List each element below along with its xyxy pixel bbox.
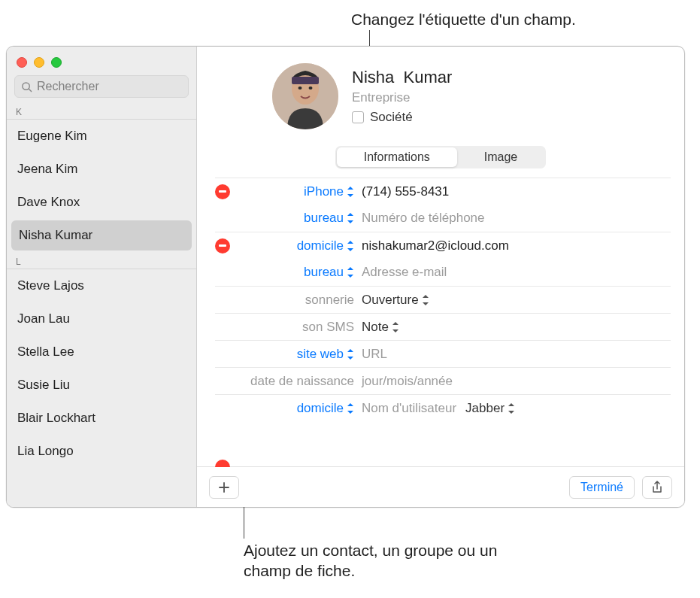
chevron-updown-icon — [347, 187, 354, 197]
phone-row-1: iPhone (714) 555-8431 — [215, 178, 671, 205]
annotation-top: Changez l'étiquette d'un champ. — [351, 9, 576, 29]
list-item[interactable]: Susie Liu — [7, 369, 196, 402]
phone-label-iphone: iPhone — [304, 184, 344, 199]
company-checkbox[interactable] — [352, 111, 364, 123]
list-item[interactable]: Dave Knox — [7, 186, 196, 219]
chevron-updown-icon — [347, 403, 354, 414]
name-block: Nisha Kumar Entreprise Société — [352, 63, 452, 125]
svg-point-6 — [309, 87, 313, 90]
email-row-2: bureau Adresse e-mail — [215, 259, 671, 286]
svg-rect-4 — [292, 77, 319, 84]
sidebar: Rechercher K Eugene Kim Jeena Kim Dave K… — [7, 47, 197, 507]
company-field[interactable]: Entreprise — [352, 90, 410, 105]
im-label: domicile — [297, 401, 344, 416]
window-controls — [7, 53, 196, 75]
im-placeholder[interactable]: Nom d'utilisateur — [362, 401, 456, 416]
list-item[interactable]: Jeena Kim — [7, 153, 196, 186]
website-placeholder[interactable]: URL — [362, 344, 671, 365]
ringtone-label: sonnerie — [305, 293, 354, 308]
email-placeholder[interactable]: Adresse e-mail — [362, 262, 671, 283]
website-label: site web — [297, 347, 344, 362]
avatar[interactable] — [272, 63, 338, 129]
chevron-updown-icon — [347, 213, 354, 223]
birthday-row: date de naissance jour/mois/année — [215, 367, 671, 394]
section-header-k: K — [7, 102, 196, 120]
contacts-window: Rechercher K Eugene Kim Jeena Kim Dave K… — [6, 46, 685, 508]
ringtone-row: sonnerie Ouverture — [215, 286, 671, 313]
list-item[interactable]: Eugene Kim — [7, 120, 196, 153]
chevron-updown-icon — [422, 295, 429, 305]
plus-icon — [218, 481, 230, 493]
first-name-field[interactable]: Nisha — [352, 68, 394, 87]
ringtone-select[interactable]: Ouverture — [362, 290, 671, 311]
remove-email-button[interactable] — [215, 238, 230, 253]
im-row: domicile Nom d'utilisateur Jabber — [215, 394, 671, 421]
email-row-1: domicile nishakumar2@icloud.com — [215, 232, 671, 259]
section-header-l: L — [7, 252, 196, 269]
zoom-window-button[interactable] — [51, 57, 62, 68]
email-label-select[interactable]: domicile — [238, 238, 354, 253]
footer: Terminé — [197, 466, 684, 507]
card-header: Nisha Kumar Entreprise Société — [197, 47, 684, 138]
tab-image[interactable]: Image — [457, 147, 544, 167]
email-label-home: domicile — [297, 238, 344, 253]
search-icon — [21, 81, 32, 93]
share-icon — [651, 481, 663, 494]
close-window-button[interactable] — [17, 57, 27, 68]
website-label-select[interactable]: site web — [238, 347, 354, 362]
contacts-list: K Eugene Kim Jeena Kim Dave Knox Nisha K… — [7, 102, 196, 507]
list-item[interactable]: Blair Lockhart — [7, 402, 196, 435]
last-name-field[interactable]: Kumar — [403, 68, 452, 87]
share-button[interactable] — [642, 476, 672, 499]
remove-phone-button[interactable] — [215, 184, 230, 199]
birthday-placeholder[interactable]: jour/mois/année — [362, 371, 671, 392]
svg-line-1 — [29, 89, 31, 91]
birthday-label: date de naissance — [250, 374, 354, 389]
contact-card: Nisha Kumar Entreprise Société Informati… — [197, 47, 684, 507]
done-button[interactable]: Terminé — [569, 476, 635, 499]
search-input[interactable]: Rechercher — [14, 75, 189, 98]
phone-label-select[interactable]: iPhone — [238, 184, 354, 199]
search-placeholder: Rechercher — [37, 80, 99, 93]
fields-area: iPhone (714) 555-8431 bureau Numéro de t… — [197, 178, 684, 466]
website-row: site web URL — [215, 340, 671, 367]
email-value[interactable]: nishakumar2@icloud.com — [362, 235, 671, 257]
segment-control[interactable]: Informations Image — [335, 146, 547, 168]
im-service-select[interactable]: Jabber — [465, 401, 515, 416]
texttone-select[interactable]: Note — [362, 317, 671, 338]
add-button[interactable] — [209, 476, 239, 499]
remove-button-partial[interactable] — [215, 460, 230, 467]
annotation-line-bottom — [244, 505, 244, 539]
chevron-updown-icon — [347, 267, 354, 278]
list-item-selected[interactable]: Nisha Kumar — [11, 220, 192, 250]
list-item[interactable]: Lia Longo — [7, 435, 196, 468]
svg-point-5 — [298, 87, 302, 90]
company-checkbox-label: Société — [370, 110, 413, 125]
email-label-bureau: bureau — [304, 265, 344, 280]
chevron-updown-icon — [392, 322, 399, 332]
email-label-select-2[interactable]: bureau — [238, 265, 354, 280]
phone-label-select-2[interactable]: bureau — [238, 211, 354, 226]
tab-informations[interactable]: Informations — [337, 147, 457, 167]
list-item[interactable]: Steve Lajos — [7, 269, 196, 302]
texttone-row: son SMS Note — [215, 313, 671, 340]
chevron-updown-icon — [508, 403, 515, 414]
phone-placeholder[interactable]: Numéro de téléphone — [362, 208, 671, 229]
chevron-updown-icon — [347, 241, 354, 251]
phone-row-2: bureau Numéro de téléphone — [215, 205, 671, 232]
list-item[interactable]: Stella Lee — [7, 335, 196, 369]
phone-value[interactable]: (714) 555-8431 — [362, 181, 671, 202]
annotation-bottom: Ajoutez un contact, un groupe ou un cham… — [244, 540, 544, 581]
list-item[interactable]: Joan Lau — [7, 302, 196, 335]
contact-name[interactable]: Nisha Kumar — [352, 68, 452, 87]
im-label-select[interactable]: domicile — [238, 401, 354, 416]
minimize-window-button[interactable] — [34, 57, 44, 68]
texttone-label: son SMS — [302, 320, 354, 335]
phone-label-bureau: bureau — [304, 211, 344, 226]
chevron-updown-icon — [347, 349, 354, 360]
